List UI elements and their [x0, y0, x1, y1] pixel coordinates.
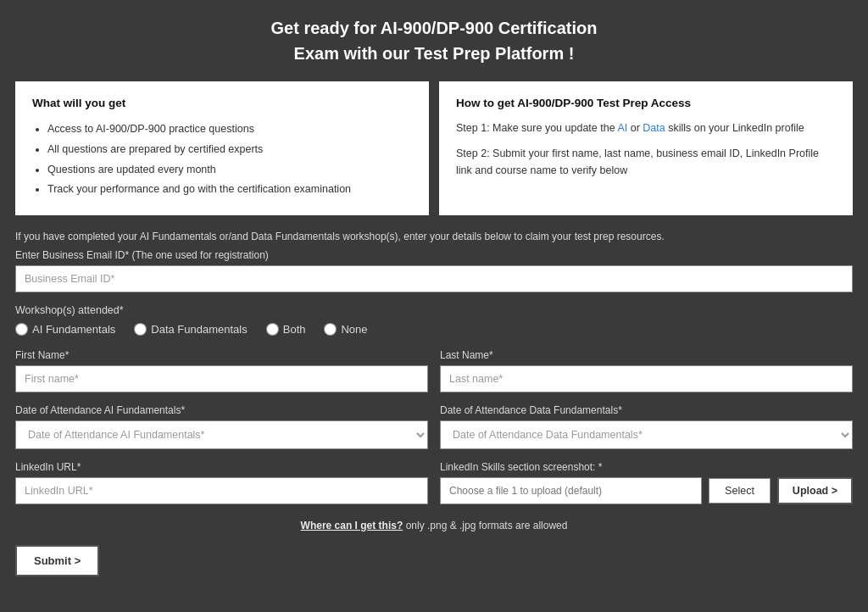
list-item: Questions are updated every month [47, 160, 412, 181]
workshop-label: Workshop(s) attended* [15, 304, 853, 316]
card-left-heading: What will you get [32, 97, 412, 109]
linkedin-label: LinkedIn URL* [15, 461, 428, 473]
first-name-col: First Name* [15, 349, 428, 404]
step-2: Step 2: Submit your first name, last nam… [456, 145, 836, 179]
submit-button[interactable]: Submit > [15, 545, 99, 576]
page-title: Get ready for AI-900/DP-900 Certificatio… [15, 15, 853, 66]
card-left-list: Access to AI-900/DP-900 practice questio… [32, 120, 412, 200]
email-label: Enter Business Email ID* (The one used f… [15, 249, 853, 261]
card-right-heading: How to get AI-900/DP-900 Test Prep Acces… [456, 97, 836, 109]
where-link-section: Where can I get this? only .png & .jpg f… [15, 520, 853, 531]
date-ai-col: Date of Attendance AI Fundamentals* Date… [15, 404, 428, 461]
date-data-label: Date of Attendance Data Fundamentals* [440, 404, 853, 416]
radio-both[interactable]: Both [266, 323, 306, 336]
select-button[interactable]: Select [709, 478, 771, 504]
radio-ai-fundamentals[interactable]: AI Fundamentals [15, 323, 115, 336]
card-right: How to get AI-900/DP-900 Test Prep Acces… [439, 81, 853, 215]
step-1: Step 1: Make sure you update the AI or D… [456, 120, 836, 136]
workshop-radio-group: AI Fundamentals Data Fundamentals Both N… [15, 323, 853, 336]
list-item: All questions are prepared by certified … [47, 140, 412, 160]
date-ai-select[interactable]: Date of Attendance AI Fundamentals* [15, 420, 428, 449]
date-row: Date of Attendance AI Fundamentals* Date… [15, 404, 853, 461]
list-item: Access to AI-900/DP-900 practice questio… [47, 120, 412, 140]
radio-none-input[interactable] [324, 323, 337, 336]
first-name-input[interactable] [15, 365, 428, 392]
last-name-col: Last Name* [440, 349, 853, 404]
date-data-col: Date of Attendance Data Fundamentals* Da… [440, 404, 853, 461]
upload-controls: Select Upload > [440, 477, 853, 504]
list-item: Track your performance and go with the c… [47, 180, 412, 200]
name-row: First Name* Last Name* [15, 349, 853, 404]
linkedin-upload-row: LinkedIn URL* LinkedIn Skills section sc… [15, 461, 853, 511]
upload-button[interactable]: Upload > [777, 477, 853, 504]
form-section: If you have completed your AI Fundamenta… [15, 231, 853, 576]
linkedin-col: LinkedIn URL* [15, 461, 428, 504]
radio-both-input[interactable] [266, 323, 279, 336]
form-description: If you have completed your AI Fundamenta… [15, 231, 853, 242]
linkedin-url-input[interactable] [15, 477, 428, 504]
ai-link[interactable]: AI [617, 122, 627, 134]
data-link[interactable]: Data [643, 122, 665, 134]
date-ai-label: Date of Attendance AI Fundamentals* [15, 404, 428, 416]
file-input-display [440, 477, 702, 504]
radio-ai-input[interactable] [15, 323, 28, 336]
last-name-input[interactable] [440, 365, 853, 392]
radio-data-input[interactable] [134, 323, 147, 336]
screenshot-col: LinkedIn Skills section screenshot: * Se… [440, 461, 853, 511]
first-name-label: First Name* [15, 349, 428, 361]
last-name-label: Last Name* [440, 349, 853, 361]
card-left: What will you get Access to AI-900/DP-90… [15, 81, 429, 215]
radio-data-fundamentals[interactable]: Data Fundamentals [134, 323, 247, 336]
screenshot-label: LinkedIn Skills section screenshot: * [440, 461, 853, 473]
email-input[interactable] [15, 265, 853, 292]
radio-none[interactable]: None [324, 323, 367, 336]
cards-section: What will you get Access to AI-900/DP-90… [15, 81, 853, 215]
date-data-select[interactable]: Date of Attendance Data Fundamentals* [440, 420, 853, 449]
where-link[interactable]: Where can I get this? [301, 520, 403, 531]
